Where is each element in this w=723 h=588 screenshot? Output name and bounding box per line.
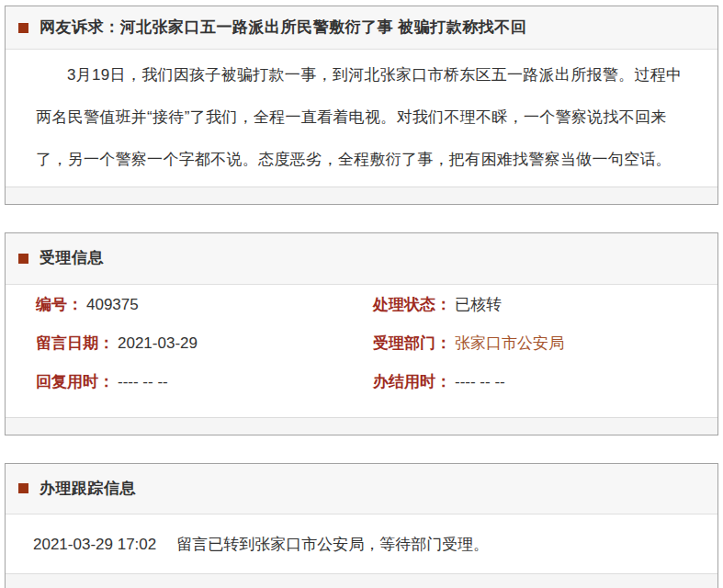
field-status-value: 已核转 [455, 296, 502, 313]
acceptance-card-footer [6, 417, 717, 435]
tracking-card: 办理跟踪信息 2021-03-29 17:02留言已转到张家口市公安局，等待部门… [5, 463, 718, 588]
complaint-card-footer [6, 187, 717, 204]
field-number-value: 409375 [86, 296, 139, 313]
section-bullet-icon [18, 483, 28, 493]
acceptance-field-row: 留言日期：2021-03-29 受理部门：张家口市公安局 [36, 333, 699, 371]
tracking-title: 办理跟踪信息 [40, 480, 136, 498]
page: 网友诉求：河北张家口五一路派出所民警敷衍了事 被骗打款称找不回 3月19日，我们… [0, 0, 723, 588]
complaint-body: 3月19日，我们因孩子被骗打款一事，到河北张家口市桥东区五一路派出所报警。过程中… [6, 50, 717, 187]
field-department: 受理部门：张家口市公安局 [373, 333, 699, 354]
field-status-label: 处理状态： [373, 296, 451, 313]
field-status: 处理状态：已核转 [373, 294, 699, 315]
field-reply-time-label: 回复用时： [36, 373, 114, 390]
field-message-date: 留言日期：2021-03-29 [36, 333, 373, 354]
complaint-card-header: 网友诉求：河北张家口五一路派出所民警敷衍了事 被骗打款称找不回 [6, 6, 717, 50]
field-reply-time-value: ---- -- -- [118, 373, 168, 390]
acceptance-field-row: 编号：409375 处理状态：已核转 [36, 294, 699, 333]
acceptance-card-header: 受理信息 [6, 233, 717, 284]
tracking-entry-text: 留言已转到张家口市公安局，等待部门受理。 [176, 536, 489, 553]
acceptance-title: 受理信息 [40, 249, 104, 267]
field-number: 编号：409375 [36, 294, 373, 315]
complaint-title: 网友诉求：河北张家口五一路派出所民警敷衍了事 被骗打款称找不回 [40, 18, 526, 37]
field-reply-time: 回复用时：---- -- -- [36, 371, 373, 392]
field-completion-time: 办结用时：---- -- -- [373, 371, 699, 392]
field-message-date-value: 2021-03-29 [118, 334, 198, 352]
complaint-card: 网友诉求：河北张家口五一路派出所民警敷衍了事 被骗打款称找不回 3月19日，我们… [5, 6, 718, 205]
complaint-text: 3月19日，我们因孩子被骗打款一事，到河北张家口市桥东区五一路派出所报警。过程中… [36, 54, 686, 181]
field-department-label: 受理部门： [373, 334, 451, 352]
tracking-entry-time: 2021-03-29 17:02 [33, 536, 156, 553]
tracking-card-header: 办理跟踪信息 [6, 464, 717, 514]
field-message-date-label: 留言日期： [36, 334, 114, 352]
field-completion-time-label: 办结用时： [373, 373, 451, 390]
field-department-link[interactable]: 张家口市公安局 [455, 334, 564, 352]
acceptance-field-row: 回复用时：---- -- -- 办结用时：---- -- -- [36, 371, 699, 410]
section-bullet-icon [18, 254, 28, 264]
acceptance-card: 受理信息 编号：409375 处理状态：已核转 留言日期：2021-03-29 … [5, 232, 718, 435]
field-number-label: 编号： [36, 296, 83, 313]
tracking-body: 2021-03-29 17:02留言已转到张家口市公安局，等待部门受理。 [6, 514, 717, 573]
section-bullet-icon [18, 23, 28, 33]
field-completion-time-value: ---- -- -- [455, 373, 505, 390]
tracking-card-footer [6, 573, 717, 588]
acceptance-fields: 编号：409375 处理状态：已核转 留言日期：2021-03-29 受理部门：… [6, 285, 717, 417]
